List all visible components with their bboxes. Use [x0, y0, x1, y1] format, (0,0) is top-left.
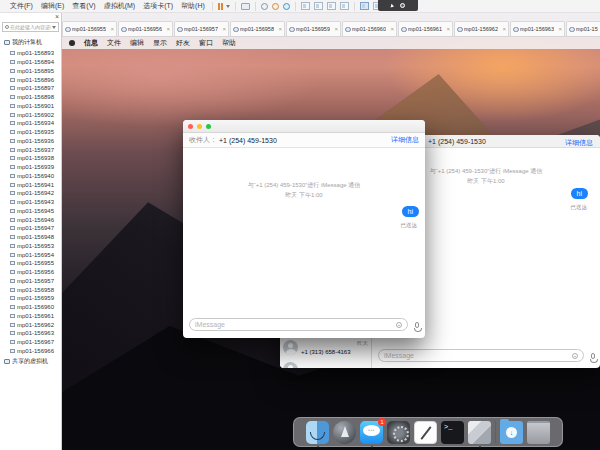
console-view-button[interactable]: [358, 2, 371, 10]
vm-list-item[interactable]: mp01-156957: [0, 277, 61, 286]
vm-tab[interactable]: mp01-156960 ×: [342, 21, 397, 36]
vm-list-item[interactable]: mp01-156936: [0, 137, 61, 146]
close-library-button[interactable]: ×: [55, 13, 59, 21]
vm-list-item[interactable]: mp01-156948: [0, 233, 61, 242]
minimize-window-button[interactable]: [197, 124, 202, 129]
tab-close-button[interactable]: ×: [222, 26, 226, 32]
vm-list-item[interactable]: mp01-156962: [0, 320, 61, 329]
dock-icon[interactable]: [527, 421, 550, 444]
tree-node-my-computer[interactable]: 我的计算机: [0, 36, 61, 49]
vm-list-item[interactable]: mp01-156961: [0, 312, 61, 321]
recipient-value[interactable]: +1 (254) 459-1530: [219, 137, 277, 144]
vm-list-item[interactable]: mp01-156941: [0, 180, 61, 189]
vm-list-item[interactable]: mp01-156966: [0, 347, 61, 356]
tab-close-button[interactable]: ×: [334, 26, 338, 32]
show-thumbnail-bar-button[interactable]: [312, 2, 325, 10]
revert-snapshot-button[interactable]: [270, 3, 281, 10]
vm-list-item[interactable]: mp01-156897: [0, 84, 61, 93]
vm-list-item[interactable]: mp01-156942: [0, 189, 61, 198]
mac-menu-item[interactable]: 显示: [153, 38, 167, 48]
message-input[interactable]: iMessage: [189, 318, 408, 331]
menu-item[interactable]: 帮助(H): [177, 1, 209, 11]
mac-menu-item[interactable]: 文件: [107, 38, 121, 48]
mac-menu-item[interactable]: 帮助: [222, 38, 236, 48]
vm-list-item[interactable]: mp01-156939: [0, 163, 61, 172]
vm-tab[interactable]: mp01-156961 ×: [398, 21, 453, 36]
vm-list-item[interactable]: mp01-156896: [0, 75, 61, 84]
vm-list-item[interactable]: mp01-156959: [0, 294, 61, 303]
apple-menu-icon[interactable]: [69, 40, 75, 46]
dock-icon[interactable]: [495, 421, 496, 443]
tab-close-button[interactable]: ×: [390, 26, 394, 32]
vm-list-item[interactable]: mp01-156946: [0, 215, 61, 224]
dock-icon[interactable]: [468, 421, 491, 444]
tab-close-button[interactable]: ×: [502, 26, 506, 32]
menu-item[interactable]: 虚拟机(M): [100, 1, 140, 11]
mac-menu-item[interactable]: 窗口: [199, 38, 213, 48]
tab-close-button[interactable]: ×: [166, 26, 170, 32]
menu-item[interactable]: 编辑(E): [37, 1, 68, 11]
close-window-button[interactable]: [188, 124, 193, 129]
snapshot-button[interactable]: [259, 3, 270, 10]
mac-menu-item[interactable]: 好友: [176, 38, 190, 48]
snapshot-manager-button[interactable]: [281, 3, 292, 10]
vm-list-item[interactable]: mp01-156960: [0, 303, 61, 312]
tab-close-button[interactable]: ×: [110, 26, 114, 32]
vm-tab[interactable]: mp01-156957 ×: [174, 21, 229, 36]
vm-tab[interactable]: mp01-156956 ×: [118, 21, 173, 36]
vm-list-item[interactable]: mp01-156963: [0, 329, 61, 338]
vm-list-item[interactable]: mp01-156893: [0, 49, 61, 58]
menu-item[interactable]: 选项卡(T): [139, 1, 177, 11]
mac-menu-item[interactable]: 信息: [84, 38, 98, 48]
emoji-picker-icon[interactable]: [396, 322, 402, 328]
vm-list-item[interactable]: mp01-156934: [0, 119, 61, 128]
vm-list-item[interactable]: mp01-156943: [0, 198, 61, 207]
microphone-icon[interactable]: [591, 353, 595, 359]
pause-button[interactable]: [216, 3, 232, 10]
vm-list-item[interactable]: mp01-156940: [0, 172, 61, 181]
tab-close-button[interactable]: ×: [446, 26, 450, 32]
show-library-button[interactable]: [299, 2, 312, 10]
vm-console-screen[interactable]: 信息文件编辑显示好友窗口帮助 +1 (254) 459-1530 详细信息 +1…: [62, 37, 600, 450]
details-button[interactable]: 详细信息: [565, 138, 593, 148]
dock-icon[interactable]: [306, 421, 329, 444]
vm-tab[interactable]: mp01-156958 ×: [230, 21, 285, 36]
zoom-window-button[interactable]: [206, 124, 211, 129]
messages-window-front[interactable]: 收件人： +1 (254) 459-1530 详细信息 与“+1 (254) 4…: [183, 120, 425, 338]
vm-list-item[interactable]: mp01-156894: [0, 58, 61, 67]
conversation-list-item[interactable]: +1 (313) 658-4163 hi 昨天: [280, 338, 371, 360]
vm-list-item[interactable]: mp01-156953: [0, 242, 61, 251]
unity-button[interactable]: [338, 2, 351, 10]
vm-list-item[interactable]: mp01-156895: [0, 67, 61, 76]
vm-list-item[interactable]: mp01-156956: [0, 268, 61, 277]
send-ctrl-alt-del-button[interactable]: [239, 3, 252, 10]
microphone-icon[interactable]: [415, 322, 419, 328]
dock-icon[interactable]: [333, 421, 356, 444]
dock-icon[interactable]: 1: [360, 421, 383, 444]
vm-list-item[interactable]: mp01-156958: [0, 285, 61, 294]
emoji-picker-icon[interactable]: [572, 353, 578, 359]
vm-list-item[interactable]: mp01-156902: [0, 110, 61, 119]
message-input[interactable]: iMessage: [378, 349, 584, 362]
library-search-input[interactable]: 在此处键入内容进行搜索: [2, 22, 59, 32]
vm-list-item[interactable]: mp01-156938: [0, 154, 61, 163]
dock-icon[interactable]: [500, 421, 523, 444]
menu-item[interactable]: 查看(V): [68, 1, 99, 11]
vm-list-item[interactable]: mp01-156901: [0, 102, 61, 111]
tab-close-button[interactable]: ×: [278, 26, 282, 32]
vm-list-item[interactable]: mp01-156967: [0, 338, 61, 347]
dock-icon[interactable]: [414, 421, 437, 444]
dock-icon[interactable]: [387, 421, 410, 444]
details-button[interactable]: 详细信息: [391, 135, 419, 145]
vm-list-item[interactable]: mp01-156955: [0, 259, 61, 268]
vm-list-item[interactable]: mp01-156947: [0, 224, 61, 233]
menu-item[interactable]: 文件(F): [6, 1, 37, 11]
vm-list-item[interactable]: mp01-156954: [0, 250, 61, 259]
fullscreen-button[interactable]: [325, 2, 338, 10]
vm-list-item[interactable]: mp01-156945: [0, 207, 61, 216]
tab-close-button[interactable]: ×: [558, 26, 562, 32]
vm-tab[interactable]: mp01-156962 ×: [454, 21, 509, 36]
vm-list-item[interactable]: mp01-156937: [0, 145, 61, 154]
dock-icon[interactable]: [441, 421, 464, 444]
vm-tab[interactable]: mp01-15: [566, 21, 600, 36]
